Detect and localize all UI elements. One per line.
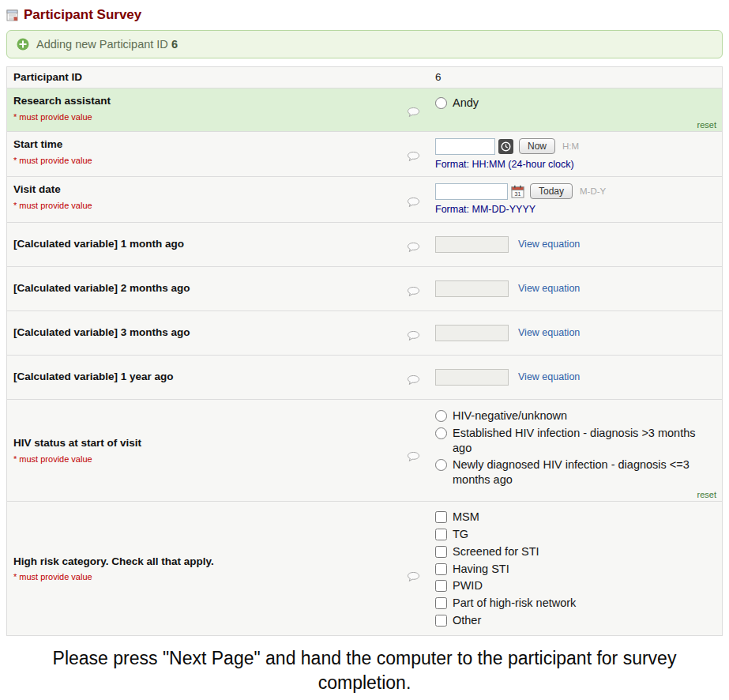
required-note: * must provide value [13, 201, 400, 210]
high-risk-checkbox-pwid[interactable] [435, 580, 447, 592]
checkbox-option-label[interactable]: Screened for STI [453, 544, 539, 559]
high-risk-checkbox-screened-sti[interactable] [435, 546, 447, 558]
checkbox-option-label[interactable]: Having STI [453, 562, 509, 577]
checkbox-option: TG [435, 527, 716, 542]
row-start-time: Start time * must provide value Now H:M … [7, 132, 722, 177]
page-title: Participant Survey [24, 7, 141, 23]
hiv-status-radio-negative[interactable] [435, 410, 447, 422]
view-equation-link[interactable]: View equation [518, 371, 580, 382]
page-header: Participant Survey [0, 0, 729, 28]
comment-bubble-icon[interactable] [407, 451, 420, 461]
checkbox-option: Other [435, 613, 716, 628]
required-note: * must provide value [13, 156, 400, 165]
research-assistant-label: Research assistant [13, 95, 400, 108]
checkbox-option: PWID [435, 578, 716, 593]
radio-option: HIV-negative/unknown [435, 408, 716, 423]
radio-option-label[interactable]: Newly diagnosed HIV infection - diagnosi… [453, 457, 716, 487]
time-format-note: Format: HH:MM (24-hour clock) [435, 159, 716, 170]
clock-icon[interactable] [498, 139, 513, 154]
participant-id-value: 6 [435, 71, 716, 83]
participant-id-label: Participant ID [13, 71, 400, 85]
today-button[interactable]: Today [530, 183, 573, 199]
calc-label: [Calculated variable] 1 year ago [13, 371, 400, 384]
checkbox-option-label[interactable]: PWID [453, 578, 483, 593]
reset-link[interactable]: reset [697, 120, 716, 130]
comment-bubble-icon[interactable] [407, 107, 420, 118]
date-format-note: Format: MM-DD-YYYY [435, 204, 716, 215]
radio-option-label[interactable]: Andy [453, 96, 479, 111]
now-button[interactable]: Now [519, 138, 555, 154]
checkbox-option-label[interactable]: Part of high-risk network [453, 596, 576, 611]
calc-label: [Calculated variable] 2 months ago [13, 282, 400, 295]
hiv-status-radio-established[interactable] [435, 427, 447, 439]
footer-instruction: Please press "Next Page" and hand the co… [0, 636, 729, 700]
radio-option: Established HIV infection - diagnosis >3… [435, 426, 716, 456]
checkbox-option-label[interactable]: Other [453, 613, 481, 628]
row-research-assistant: Research assistant * must provide value … [7, 88, 722, 132]
calc-label: [Calculated variable] 3 months ago [13, 326, 400, 340]
visit-date-label: Visit date [13, 183, 400, 197]
comment-bubble-icon[interactable] [407, 286, 420, 296]
radio-option-label[interactable]: HIV-negative/unknown [453, 408, 567, 423]
hiv-status-radio-newly-diagnosed[interactable] [435, 459, 447, 471]
view-equation-link[interactable]: View equation [518, 283, 580, 294]
row-calc-3-months: [Calculated variable] 3 months ago View … [7, 311, 722, 356]
high-risk-checkbox-network[interactable] [435, 597, 447, 609]
comment-bubble-icon[interactable] [407, 197, 420, 207]
high-risk-label: High risk category. Check all that apply… [13, 555, 400, 569]
high-risk-checkbox-msm[interactable] [435, 511, 447, 523]
radio-option: Newly diagnosed HIV infection - diagnosi… [435, 457, 716, 487]
checkbox-option: Part of high-risk network [435, 596, 716, 611]
checkbox-option: Screened for STI [435, 544, 716, 559]
high-risk-checkbox-other[interactable] [435, 615, 447, 627]
row-hiv-status: HIV status at start of visit * must prov… [7, 400, 722, 502]
adding-participant-banner: Adding new Participant ID 6 [6, 30, 723, 58]
research-assistant-radio-andy[interactable] [435, 97, 447, 109]
required-note: * must provide value [13, 454, 400, 464]
banner-participant-id: 6 [171, 38, 178, 51]
row-high-risk: High risk category. Check all that apply… [7, 502, 722, 636]
checkbox-option-label[interactable]: MSM [453, 510, 479, 525]
required-note: * must provide value [13, 572, 400, 581]
visit-date-input[interactable] [435, 183, 508, 200]
add-circle-icon [17, 38, 29, 51]
comment-bubble-icon[interactable] [407, 571, 420, 581]
high-risk-checkbox-tg[interactable] [435, 529, 447, 540]
radio-option-label[interactable]: Established HIV infection - diagnosis >3… [453, 426, 716, 456]
reset-link[interactable]: reset [697, 490, 716, 499]
checkbox-option: MSM [435, 510, 716, 525]
row-calc-1-month: [Calculated variable] 1 month ago View e… [7, 223, 722, 267]
view-equation-link[interactable]: View equation [518, 327, 580, 338]
date-hint: M-D-Y [580, 186, 606, 196]
calc-label: [Calculated variable] 1 month ago [13, 238, 400, 251]
row-calc-1-year: [Calculated variable] 1 year ago View eq… [7, 356, 722, 400]
row-participant-id: Participant ID 6 [7, 67, 722, 88]
calendar-icon[interactable]: 31 [511, 185, 524, 198]
checkbox-option-label[interactable]: TG [453, 527, 468, 542]
calc-value-input [435, 369, 509, 386]
form-icon [6, 9, 18, 21]
row-calc-2-months: [Calculated variable] 2 months ago View … [7, 267, 722, 311]
banner-text: Adding new Participant ID 6 [36, 38, 178, 51]
calc-value-input [435, 236, 509, 253]
time-hint: H:M [562, 141, 579, 151]
survey-form-table: Participant ID 6 Research assistant * mu… [6, 66, 723, 636]
calc-value-input [435, 280, 509, 297]
comment-bubble-icon[interactable] [407, 374, 420, 385]
view-equation-link[interactable]: View equation [518, 239, 580, 250]
high-risk-checkbox-having-sti[interactable] [435, 563, 447, 575]
start-time-input[interactable] [435, 138, 495, 155]
comment-bubble-icon[interactable] [407, 242, 420, 252]
comment-bubble-icon[interactable] [407, 330, 420, 341]
required-note: * must provide value [13, 112, 400, 122]
checkbox-option: Having STI [435, 562, 716, 577]
svg-text:31: 31 [515, 190, 521, 196]
calc-value-input [435, 325, 509, 341]
comment-bubble-icon[interactable] [407, 152, 420, 162]
start-time-label: Start time [13, 138, 400, 152]
radio-option: Andy [435, 96, 716, 111]
hiv-status-label: HIV status at start of visit [13, 437, 400, 450]
row-visit-date: Visit date * must provide value 31 [7, 177, 722, 223]
